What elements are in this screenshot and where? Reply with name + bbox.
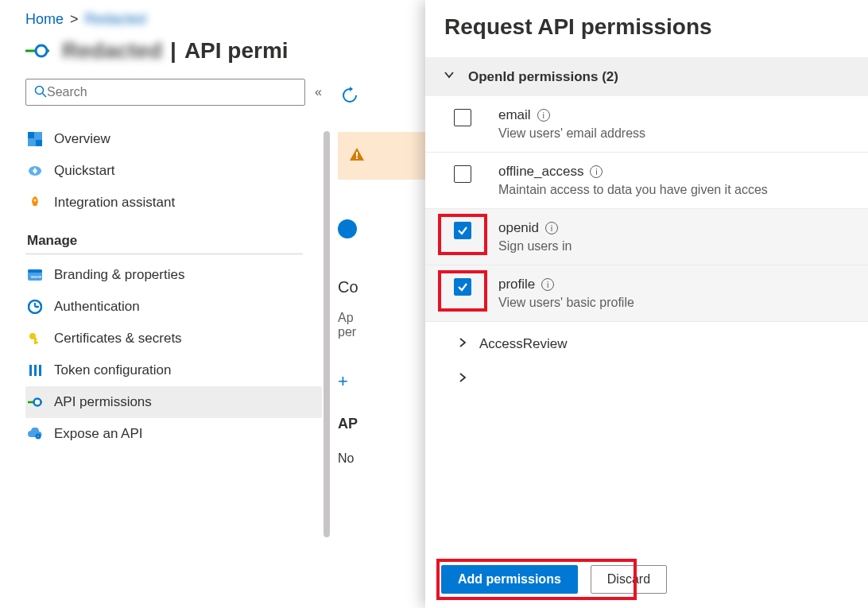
chevron-down-icon [443, 68, 455, 85]
page-title: Redacted | API permi [62, 38, 289, 64]
info-icon[interactable]: i [537, 109, 550, 122]
sidebar-item-token-config[interactable]: Token configuration [25, 354, 322, 386]
svg-point-1 [36, 45, 47, 56]
permission-row-offline-access: offline_access i Maintain access to data… [425, 153, 868, 209]
search-icon [34, 85, 47, 100]
checkbox-openid[interactable] [454, 222, 471, 239]
svg-point-23 [37, 436, 39, 437]
sidebar-item-certificates[interactable]: Certificates & secrets [25, 323, 322, 354]
page-title-separator: | [170, 38, 176, 64]
authentication-icon [27, 299, 43, 315]
key-icon [27, 331, 43, 347]
sidebar-section-manage: Manage [25, 219, 303, 254]
sidebar-item-label: Integration assistant [54, 195, 175, 211]
info-icon[interactable]: i [590, 165, 603, 178]
permission-name: openid [498, 220, 539, 236]
sidebar-item-quickstart[interactable]: Quickstart [25, 155, 322, 187]
sidebar-item-expose-api[interactable]: Expose an API [25, 418, 322, 450]
page-title-app-name: Redacted [62, 38, 162, 64]
breadcrumb-separator: > [70, 11, 79, 28]
refresh-icon[interactable] [341, 87, 358, 108]
group-header-collapsed[interactable] [425, 366, 868, 401]
sidebar-item-label: Token configuration [54, 362, 171, 378]
sidebar-item-label: API permissions [54, 394, 152, 410]
svg-marker-13 [37, 305, 39, 308]
permission-row-email: email i View users' email address [425, 96, 868, 153]
sidebar-item-authentication[interactable]: Authentication [25, 291, 322, 323]
warning-icon [349, 146, 365, 166]
request-permissions-panel: Request API permissions OpenId permissio… [425, 0, 868, 608]
permission-row-openid: openid i Sign users in [425, 209, 868, 265]
sidebar-item-label: Quickstart [54, 163, 115, 179]
svg-point-2 [36, 86, 44, 94]
permission-name: email [498, 107, 531, 123]
sidebar-item-label: Overview [54, 131, 110, 147]
discard-button[interactable]: Discard [591, 565, 667, 594]
rocket-icon [27, 195, 43, 211]
api-permissions-icon [24, 37, 51, 64]
permission-description: View users' email address [498, 126, 851, 141]
sidebar-item-label: Expose an API [54, 426, 143, 442]
sidebar-item-api-permissions[interactable]: API permissions [25, 386, 322, 418]
svg-text:www: www [30, 274, 42, 279]
svg-line-3 [43, 93, 47, 97]
svg-rect-10 [28, 269, 42, 273]
sidebar-item-branding[interactable]: www Branding & properties [25, 259, 322, 291]
branding-icon: www [27, 267, 43, 283]
svg-rect-26 [356, 152, 358, 157]
info-icon[interactable]: i [545, 222, 558, 234]
svg-marker-24 [350, 87, 353, 91]
checkbox-email[interactable] [454, 109, 471, 126]
svg-rect-18 [34, 365, 37, 376]
sidebar-item-overview[interactable]: Overview [25, 123, 322, 155]
svg-rect-27 [356, 157, 358, 159]
panel-title: Request API permissions [425, 0, 868, 57]
group-header-openid[interactable]: OpenId permissions (2) [425, 57, 868, 96]
svg-rect-5 [28, 132, 34, 138]
page-title-section: API permi [184, 38, 289, 64]
checkbox-offline-access[interactable] [454, 165, 471, 183]
breadcrumb-app-name[interactable]: Redacted [85, 11, 146, 28]
plus-icon[interactable]: + [338, 371, 348, 392]
sidebar: « Overview Quickstart Integration assist… [0, 79, 330, 591]
permission-description: Maintain access to data you have given i… [498, 183, 851, 197]
svg-rect-6 [36, 140, 42, 146]
collapse-sidebar-button[interactable]: « [315, 85, 322, 99]
svg-rect-17 [29, 365, 32, 376]
svg-rect-16 [34, 342, 38, 343]
sidebar-item-label: Certificates & secrets [54, 331, 182, 347]
permission-name: profile [498, 277, 535, 292]
info-icon[interactable]: i [541, 278, 554, 291]
search-input[interactable] [47, 85, 296, 99]
permission-description: View users' basic profile [498, 296, 851, 310]
svg-rect-19 [39, 365, 41, 376]
info-banner-icon [338, 219, 357, 238]
overview-icon [27, 131, 43, 147]
chevron-right-icon [457, 336, 468, 352]
sidebar-item-label: Authentication [54, 299, 140, 315]
breadcrumb-home[interactable]: Home [25, 11, 64, 28]
token-icon [27, 362, 43, 378]
chevron-right-icon [457, 371, 468, 387]
group-header-label: AccessReview [479, 336, 568, 352]
api-permissions-icon [27, 394, 43, 410]
group-header-label: OpenId permissions (2) [468, 69, 618, 85]
add-permissions-button[interactable]: Add permissions [441, 565, 578, 594]
svg-point-21 [34, 399, 41, 406]
permission-description: Sign users in [498, 239, 851, 254]
checkbox-profile[interactable] [454, 278, 471, 296]
quickstart-icon [27, 163, 43, 179]
cloud-gear-icon [27, 426, 43, 442]
sidebar-item-integration[interactable]: Integration assistant [25, 187, 322, 219]
search-box[interactable] [25, 79, 305, 106]
svg-point-8 [34, 199, 37, 202]
permission-name: offline_access [498, 164, 583, 180]
permission-row-profile: profile i View users' basic profile [425, 265, 868, 322]
sidebar-item-label: Branding & properties [54, 267, 184, 283]
group-header-accessreview[interactable]: AccessReview [425, 322, 868, 366]
